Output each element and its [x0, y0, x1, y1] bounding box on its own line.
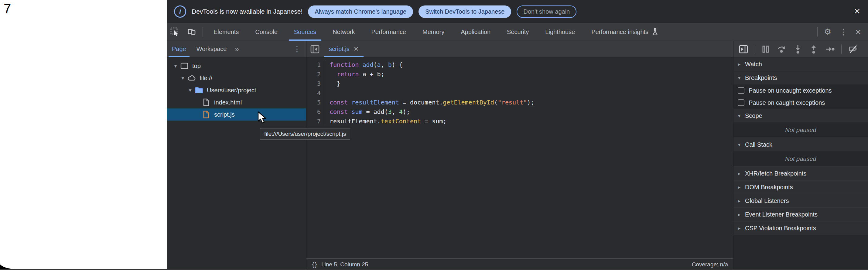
- editor-statusbar: {} Line 5, Column 25 Coverage: n/a: [306, 259, 733, 270]
- token-def: a: [377, 61, 381, 68]
- section-label: CSP Violation Breakpoints: [745, 225, 816, 232]
- token-plain: [330, 70, 337, 78]
- section-header-global-listeners[interactable]: ▸Global Listeners: [734, 194, 868, 207]
- tab-performance[interactable]: Performance: [363, 23, 414, 41]
- checkbox-pause-on-uncaught-exceptions[interactable]: [738, 87, 744, 94]
- line-number[interactable]: 7: [306, 117, 325, 126]
- tree-caret-icon[interactable]: ▾: [186, 87, 195, 94]
- tab-label: Security: [507, 29, 529, 35]
- infobar-close-icon[interactable]: ×: [854, 5, 860, 17]
- panel-tabs: ElementsConsoleSourcesNetworkPerformance…: [205, 23, 667, 41]
- dont-show-again-button[interactable]: Don't show again: [517, 5, 577, 18]
- tree-item-top[interactable]: ▾top: [167, 60, 306, 72]
- section-header-dom-breakpoints[interactable]: ▸DOM Breakpoints: [734, 180, 868, 194]
- tab-security[interactable]: Security: [499, 23, 537, 41]
- line-number[interactable]: 5: [306, 98, 325, 107]
- navigator-tab-page[interactable]: Page: [167, 41, 191, 57]
- pause-script-icon[interactable]: [758, 41, 773, 57]
- section-header-scope[interactable]: ▾Scope: [734, 109, 868, 122]
- code-line: 6const sum = add(3, 4);: [306, 107, 733, 117]
- tab-performance-insights[interactable]: Performance insights: [583, 23, 667, 41]
- code-line-text: resultElement.textContent = sum;: [325, 117, 446, 126]
- navigator-pane: PageWorkspace » ⋮ ▾top▾file://▾Users/use…: [167, 41, 306, 270]
- deactivate-breakpoints-icon[interactable]: [845, 41, 862, 57]
- code-line: 3 }: [306, 79, 733, 88]
- editor-tab-close-icon[interactable]: ×: [354, 44, 359, 54]
- sidebar-filler: [734, 235, 868, 270]
- line-number[interactable]: 6: [306, 107, 325, 117]
- switch-devtools-japanese-button[interactable]: Switch DevTools to Japanese: [418, 5, 511, 18]
- inspect-element-icon[interactable]: [167, 23, 183, 41]
- device-toolbar-icon[interactable]: [183, 23, 200, 41]
- line-number[interactable]: 1: [306, 60, 325, 69]
- token-kw: const: [330, 99, 348, 106]
- section-header-xhr-fetch-breakpoints[interactable]: ▸XHR/fetch Breakpoints: [734, 167, 868, 180]
- section-caret-icon[interactable]: ▾: [734, 113, 745, 119]
- section-empty-state: Not paused: [734, 151, 868, 167]
- section-caret-icon[interactable]: ▸: [734, 61, 745, 67]
- tab-memory[interactable]: Memory: [414, 23, 453, 41]
- tree-item-file[interactable]: ▾file://: [167, 72, 306, 84]
- tab-label: Memory: [423, 29, 444, 35]
- section-label: Call Stack: [745, 141, 772, 148]
- tab-application[interactable]: Application: [453, 23, 499, 41]
- tree-item-index-html[interactable]: index.html: [167, 96, 306, 109]
- match-chrome-language-button[interactable]: Always match Chrome's language: [308, 5, 413, 18]
- tree-caret-icon[interactable]: ▾: [178, 75, 187, 81]
- tree-item-label: script.js: [214, 111, 235, 118]
- section-caret-icon[interactable]: ▸: [734, 184, 745, 190]
- tab-sources[interactable]: Sources: [286, 23, 324, 41]
- frame-icon: [180, 62, 189, 70]
- section-header-event-listener-breakpoints[interactable]: ▸Event Listener Breakpoints: [734, 207, 868, 221]
- token-kw: const: [330, 108, 348, 115]
- token-plain: a + b;: [359, 70, 384, 78]
- section-caret-icon[interactable]: ▸: [734, 198, 745, 204]
- file-tree: ▾top▾file://▾Users/user/projectindex.htm…: [167, 57, 306, 270]
- code-line-text: [325, 88, 330, 98]
- step-icon[interactable]: [822, 41, 838, 57]
- tree-item-label: index.html: [214, 99, 242, 106]
- tree-item-script-js[interactable]: script.js: [167, 109, 306, 121]
- section-header-breakpoints[interactable]: ▾Breakpoints: [734, 71, 868, 84]
- token-plain: [348, 108, 351, 115]
- file-js-icon: [202, 110, 211, 119]
- section-caret-icon[interactable]: ▸: [734, 171, 745, 176]
- tab-lighthouse[interactable]: Lighthouse: [537, 23, 583, 41]
- hide-navigator-icon[interactable]: [306, 41, 323, 57]
- tree-caret-icon[interactable]: ▾: [171, 63, 180, 69]
- section-caret-icon[interactable]: ▸: [734, 226, 745, 231]
- line-number[interactable]: 4: [306, 88, 325, 98]
- step-out-icon[interactable]: [806, 41, 821, 57]
- checkbox-pause-on-caught-exceptions[interactable]: [738, 99, 744, 106]
- pretty-print-icon[interactable]: {}: [311, 261, 317, 268]
- section-header-watch[interactable]: ▸Watch: [734, 57, 868, 71]
- tab-elements[interactable]: Elements: [205, 23, 247, 41]
- section-label: Breakpoints: [745, 74, 777, 81]
- more-options-icon[interactable]: ⋮: [835, 23, 851, 41]
- more-tabs-icon[interactable]: »: [232, 45, 242, 54]
- step-into-icon[interactable]: [790, 41, 805, 57]
- navigator-more-icon[interactable]: ⋮: [288, 44, 306, 54]
- navigator-tab-workspace[interactable]: Workspace: [191, 41, 232, 57]
- section-caret-icon[interactable]: ▾: [734, 142, 745, 148]
- debugger-toolbar-separator: [755, 44, 755, 54]
- line-number[interactable]: 2: [306, 69, 325, 79]
- close-devtools-icon[interactable]: ×: [851, 23, 865, 41]
- line-number[interactable]: 3: [306, 79, 325, 88]
- section-header-call-stack[interactable]: ▾Call Stack: [734, 138, 868, 151]
- tree-item-users-user-project[interactable]: ▾Users/user/project: [167, 84, 306, 96]
- token-kw: function: [330, 61, 359, 68]
- editor-pane: script.js × 1function add(a, b) {2 retur…: [306, 41, 733, 270]
- token-plain: (: [494, 99, 498, 106]
- settings-gear-icon[interactable]: ⚙: [820, 23, 835, 41]
- code-editor[interactable]: 1function add(a, b) {2 return a + b;3 }4…: [306, 57, 733, 259]
- tab-label: Elements: [214, 29, 239, 35]
- toggle-sidebar-panel-icon[interactable]: [735, 41, 752, 57]
- tab-network[interactable]: Network: [324, 23, 363, 41]
- section-header-csp-violation-breakpoints[interactable]: ▸CSP Violation Breakpoints: [734, 221, 868, 235]
- section-caret-icon[interactable]: ▾: [734, 75, 745, 81]
- editor-tab-script-js[interactable]: script.js ×: [323, 41, 364, 57]
- section-caret-icon[interactable]: ▸: [734, 212, 745, 217]
- tab-console[interactable]: Console: [247, 23, 285, 41]
- step-over-icon[interactable]: [774, 41, 789, 57]
